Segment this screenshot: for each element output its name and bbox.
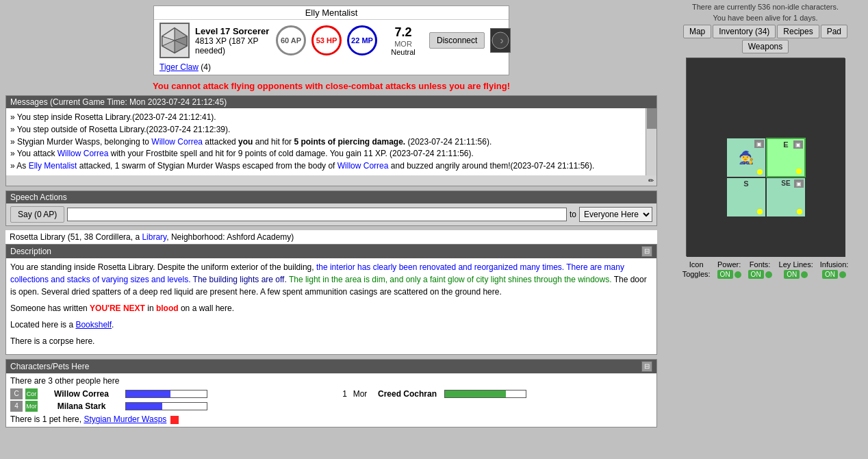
speech-target-select[interactable]: Everyone Here Party Whisper bbox=[579, 207, 652, 222]
bookshelf-link[interactable]: Bookshelf bbox=[75, 320, 112, 330]
map-grid: ▣ 🧙 E ▣ S SE ▣ bbox=[686, 58, 845, 256]
map-cell-0-3 bbox=[806, 58, 845, 98]
map-cell-1-2 bbox=[766, 98, 806, 138]
speech-row: Say (0 AP) to Everyone Here Party Whispe… bbox=[6, 203, 656, 225]
fonts-toggle-row: ON bbox=[748, 270, 772, 279]
hp-bar-creed-inner bbox=[445, 390, 506, 397]
edit-icon[interactable]: ✏ bbox=[6, 175, 656, 186]
hp-stat: 53 HP bbox=[311, 25, 342, 55]
map-cell-3-2: SE ▣ bbox=[766, 177, 806, 217]
map-cell-1-3 bbox=[806, 98, 845, 138]
char-bar-willow bbox=[125, 390, 333, 398]
leylines-toggle-group: Ley Lines: ON bbox=[779, 260, 813, 279]
fonts-label: Fonts: bbox=[750, 260, 771, 269]
nav-weapons-btn[interactable]: Weapons bbox=[742, 40, 789, 53]
hp-bar-milana-inner bbox=[126, 403, 162, 410]
char-tag-c: C bbox=[10, 388, 23, 399]
char-mini-icon: ☽ bbox=[490, 28, 511, 53]
right-panel: There are currently 536 non-idle charact… bbox=[663, 0, 868, 459]
status-line-1: There are currently 536 non-idle charact… bbox=[692, 3, 839, 11]
characters-title: Characters/Pets Here bbox=[10, 362, 89, 371]
description-panel: Description ⊟ You are standing inside Ro… bbox=[5, 244, 657, 355]
characters-header: Characters/Pets Here ⊟ bbox=[6, 360, 656, 373]
mor-state: Neutral bbox=[391, 48, 415, 56]
leylines-dot[interactable] bbox=[801, 271, 808, 278]
power-toggle-row: ON bbox=[717, 270, 741, 279]
power-on-label: ON bbox=[717, 270, 733, 279]
hp-circle: 53 HP bbox=[311, 25, 342, 55]
messages-header: Messages (Current Game Time: Mon 2023-07… bbox=[6, 96, 656, 108]
wasp-link[interactable]: Stygian Murder Wasps bbox=[84, 414, 166, 424]
weapon-info: Tiger Claw (4) bbox=[154, 61, 509, 75]
weapon-level: (4) bbox=[201, 62, 211, 72]
map-cell-1-1 bbox=[726, 98, 766, 138]
power-label: Power: bbox=[717, 260, 741, 269]
char-row: C Cor Willow Correa 1 Mor Creed Cochran bbox=[10, 388, 652, 399]
to-label: to bbox=[570, 210, 576, 219]
cell-dot-d bbox=[797, 209, 802, 214]
speech-input[interactable] bbox=[67, 208, 567, 221]
library-link[interactable]: Library bbox=[142, 232, 166, 242]
icon-toggle-group: Icon Toggles: bbox=[682, 260, 711, 278]
disconnect-button[interactable]: Disconnect bbox=[429, 32, 485, 49]
cell-dot-c bbox=[757, 209, 763, 214]
char-name-creed: Creed Cochran bbox=[373, 389, 442, 399]
description-header: Description ⊟ bbox=[6, 245, 656, 258]
map-cell-0-1 bbox=[726, 58, 766, 98]
character-name: Elly Mentalist bbox=[154, 6, 509, 20]
power-dot[interactable] bbox=[735, 271, 741, 278]
nav-map-btn[interactable]: Map bbox=[683, 25, 711, 38]
cell-dot-b bbox=[796, 169, 802, 174]
cell-icon-a: ▣ bbox=[754, 140, 764, 148]
cell-label-e: E bbox=[783, 140, 788, 149]
wasp-icon bbox=[170, 416, 179, 424]
characters-body: There are 3 other people here C Cor Will… bbox=[6, 373, 656, 427]
nav-inventory-btn[interactable]: Inventory (34) bbox=[713, 25, 776, 38]
messages-scrollbar[interactable] bbox=[646, 108, 656, 175]
map-cell-0-2 bbox=[766, 58, 806, 98]
fonts-on-label: ON bbox=[748, 270, 764, 279]
status-line-2: You have been alive for 1 days. bbox=[713, 14, 817, 22]
nav-pad-btn[interactable]: Pad bbox=[821, 25, 847, 38]
char-bar-creed bbox=[444, 390, 652, 398]
desc-para-1: You are standing inside Rosetta Library.… bbox=[10, 261, 652, 298]
map-cell-2-3 bbox=[806, 138, 845, 177]
weapon-link[interactable]: Tiger Claw bbox=[159, 62, 199, 72]
characters-panel: Characters/Pets Here ⊟ There are 3 other… bbox=[5, 359, 657, 427]
say-button[interactable]: Say (0 AP) bbox=[10, 206, 64, 223]
nav-buttons: Map Inventory (34) Recipes Pad Weapons bbox=[665, 25, 865, 53]
pets-row: There is 1 pet here, Stygian Murder Wasp… bbox=[10, 414, 652, 424]
infusion-dot[interactable] bbox=[839, 271, 846, 278]
leylines-on-label: ON bbox=[784, 270, 800, 279]
desc-para-2: Someone has written YOU'RE NEXT in blood… bbox=[10, 302, 652, 314]
char-status-1: Mor bbox=[350, 389, 370, 399]
characters-collapse-btn[interactable]: ⊟ bbox=[641, 361, 652, 372]
char-number-1: 1 bbox=[336, 389, 347, 399]
elly-link[interactable]: Elly Mentalist bbox=[29, 161, 77, 171]
location-bar: Rosetta Library (51, 38 Cordillera, a Li… bbox=[5, 230, 657, 244]
cell-icon-b: ▣ bbox=[793, 140, 803, 149]
char-level-text: Level 17 Sorcerer bbox=[195, 26, 270, 36]
map-cell-3-3 bbox=[806, 177, 845, 217]
willow-link-3[interactable]: Willow Correa bbox=[337, 161, 389, 171]
map-cell-1-0 bbox=[687, 98, 726, 138]
willow-link-2[interactable]: Willow Correa bbox=[58, 149, 109, 158]
power-toggle-group: Power: ON bbox=[717, 260, 741, 279]
char-tag-4: 4 bbox=[10, 401, 23, 412]
speech-title: Speech Actions bbox=[10, 193, 67, 202]
msg-line: » You attack Willow Correa with your Fro… bbox=[10, 148, 641, 160]
leylines-label: Ley Lines: bbox=[779, 260, 813, 269]
scroll-thumb bbox=[647, 108, 656, 129]
willow-link-1[interactable]: Willow Correa bbox=[151, 137, 203, 147]
infusion-toggle-row: ON bbox=[822, 270, 846, 279]
messages-panel: Messages (Current Game Time: Mon 2023-07… bbox=[5, 95, 657, 186]
chars-count: There are 3 other people here bbox=[10, 376, 652, 386]
fonts-dot[interactable] bbox=[765, 271, 772, 278]
messages-body[interactable]: » You step inside Rosetta Library.(2023-… bbox=[6, 108, 646, 175]
map-cell-2-2: E ▣ bbox=[766, 138, 806, 177]
map-cell-4-3 bbox=[806, 217, 845, 257]
char-name-milana: Milana Stark bbox=[40, 401, 123, 411]
nav-recipes-btn[interactable]: Recipes bbox=[777, 25, 819, 38]
char-tag-cor: Cor bbox=[25, 388, 38, 399]
description-collapse-btn[interactable]: ⊟ bbox=[641, 246, 652, 257]
